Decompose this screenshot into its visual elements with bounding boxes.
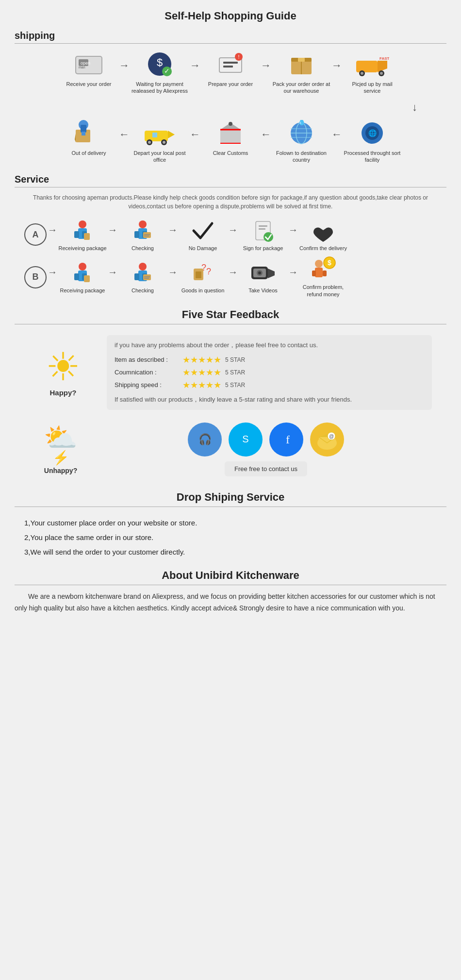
service-icon-b-receive [69,260,96,286]
s-arrow-b4: → [288,267,298,278]
svg-point-71 [139,263,147,270]
facebook-icon: f [269,422,303,456]
service-label-b-video: Take Videos [248,287,278,294]
arrow2: → [190,59,200,72]
pack-icon [284,50,318,79]
svg-text:🎧: 🎧 [198,433,212,446]
service-label-a-receive: Receiveing package [58,245,106,252]
service-icon-a-nodamage [190,218,216,244]
service-title: Service [15,174,446,185]
s-arrow-a3: → [228,224,238,236]
service-label-b-question: Goods in question [181,287,225,294]
s-arrow-a0: → [48,224,57,236]
service-row-a: A → Receiveing package → [15,218,446,252]
feedback-box: if you have any problems about the order… [107,335,432,410]
svg-marker-25 [75,134,76,142]
flow-label-outdelivery: Out of delivery [72,150,106,165]
flow-item-pickup: FAST Picjed up by mail service [343,50,401,96]
flow-label-customs: Clear Customs [213,150,248,165]
flow-label-payment: Waiting for payment realeased by Aliexpr… [131,81,189,96]
rating-row-2: Shipping speed : ★★★★★ 5 STAR [115,380,424,390]
page-container: Self-Help Shopping Guide shipping open m… [0,0,461,624]
flow-label-prepare: Prepare your order [208,81,253,96]
unhappy-left: ⛅ ⚡ Unhappy? [29,424,92,474]
rating-row-1: Coumnication : ★★★★★ 5 STAR [115,367,424,378]
service-item-a-check: Checking [118,218,167,252]
svg-rect-52 [74,231,79,238]
flow-item-prepare: ! Prepare your order [201,50,260,96]
flow-label-receive: Receive your order [66,81,112,96]
svg-rect-28 [82,132,85,135]
service-item-b-check: Checking [118,260,167,294]
svg-text:💧: 💧 [297,120,306,126]
svg-rect-73 [134,273,139,280]
shipping-row2: Out of delivery ← Depart your local post… [15,118,446,165]
service-row-b: B → Receiving package → [15,256,446,298]
prepare-icon: ! [214,50,247,79]
svg-point-87 [315,260,323,268]
svg-rect-89 [312,270,316,276]
happy-left: ☀ Happy? [29,348,97,397]
svg-rect-68 [74,273,79,280]
svg-point-85 [258,271,261,274]
s-arrow-a4: → [288,224,298,236]
svg-text:f: f [286,433,290,446]
depart-icon [143,118,177,148]
drop-divider [15,507,446,507]
s-arrow-a2: → [168,224,178,236]
happy-label: Happy? [29,389,97,397]
shipping-row1: open man Receive your order → $ ✓ Waitin… [15,50,446,96]
contact-free-label: Free free to contact us [234,465,297,473]
flow-item-sort: 🌐 Processed throught sort facility [343,118,401,165]
svg-rect-90 [323,270,327,276]
service-icon-a-confirm [309,218,338,244]
arrow-down: ↓ [15,101,446,114]
service-icon-b-question: ? ? [190,260,216,286]
feedback-bottom-msg: If satisfied with our products，kindly le… [115,395,424,404]
svg-text:🌐: 🌐 [368,129,377,137]
flow-item-customs: Clear Customs [201,118,260,165]
rating-row-0: Item as described : ★★★★★ 5 STAR [115,355,424,365]
service-icon-b-refund: $ [308,256,338,283]
rating-rows: Item as described : ★★★★★ 5 STAR Coumnic… [115,355,424,390]
svg-text:?: ? [206,267,211,276]
flow-label-depart: Depart your local post office [131,150,189,165]
flow-item-payment: $ ✓ Waiting for payment realeased by Ali… [131,50,189,96]
service-label-a-check: Checking [132,245,154,252]
service-item-a-confirm: Confirm the delivery [299,218,347,252]
svg-text:man: man [79,66,85,69]
s-arrow-a1: → [108,224,117,236]
svg-rect-88 [315,268,323,277]
outdelivery-icon [72,118,106,148]
svg-text:✓: ✓ [164,67,170,75]
flow-label-destination: Folown to destination country [272,150,330,165]
svg-text:open: open [81,61,90,66]
arrow4: → [331,59,342,72]
receive-icon: open man [72,50,106,79]
feedback-divider [15,324,446,324]
destination-icon: 💧 [284,118,318,148]
drop-item-2: 3,We will send the order to your custome… [24,545,437,559]
svg-point-55 [139,220,147,228]
about-divider [15,585,446,585]
stars-0: ★★★★★ [182,355,221,365]
svg-rect-59 [143,232,151,238]
flow-item-pack: Pack your order order at our warehouse [272,50,330,96]
service-divider [15,187,446,187]
arrow-r2-1: ← [119,128,130,141]
svg-point-23 [380,72,383,75]
svg-marker-30 [168,131,175,138]
s-arrow-b0: → [48,267,57,278]
svg-text:@: @ [329,434,334,439]
svg-rect-57 [134,231,139,238]
service-item-b-refund: $ Confirm problem, refund money [299,256,347,298]
service-item-a-sign: Sign for package [239,218,287,252]
stars-1: ★★★★★ [182,367,221,378]
drop-item-1: 2,You place the same order in our store. [24,530,437,545]
unhappy-label: Unhappy? [29,467,92,474]
svg-text:$: $ [328,259,331,267]
svg-rect-36 [220,130,241,143]
service-icon-a-check [130,218,156,244]
email-icon: @ [310,422,344,456]
svg-point-21 [361,72,363,75]
